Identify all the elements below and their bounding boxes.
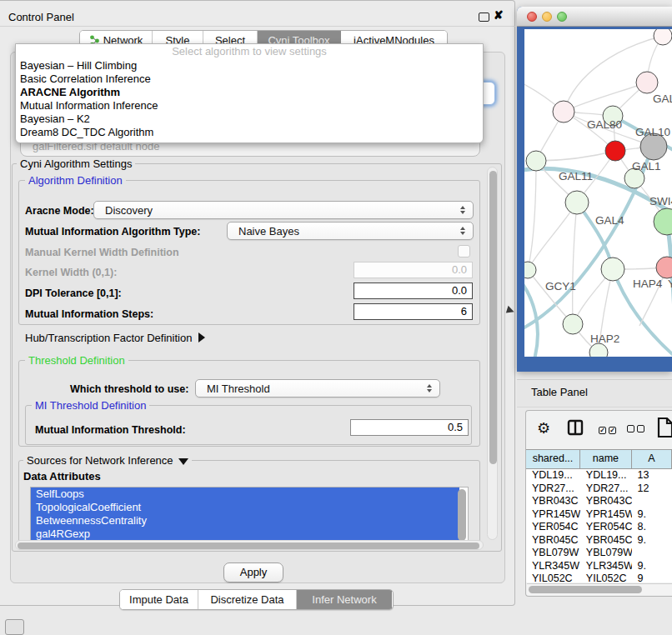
algorithm-dropdown-popup: Select algorithm to view settings Bayesi… bbox=[15, 43, 484, 143]
scrollbar-thumb[interactable] bbox=[489, 171, 497, 464]
hub-definition-toggle[interactable]: Hub/Transcription Factor Definition bbox=[25, 332, 205, 344]
dropdown-item[interactable]: Basic Correlation Inference bbox=[16, 72, 483, 86]
settings-vertical-scrollbar[interactable] bbox=[487, 167, 498, 540]
float-panel-icon[interactable] bbox=[479, 12, 489, 22]
table-row[interactable]: YBR043CYBR043C bbox=[526, 495, 672, 508]
network-node-hap2[interactable] bbox=[563, 314, 583, 334]
node-label: GAL11 bbox=[559, 170, 593, 182]
column-header-2[interactable]: name bbox=[580, 450, 632, 468]
node-label: GCY1 bbox=[545, 280, 576, 292]
dropdown-item[interactable]: Bayesian – K2 bbox=[16, 112, 483, 126]
table-cell: 8. bbox=[632, 521, 672, 534]
node-label: HAP2 bbox=[590, 332, 619, 345]
table-cell: YDR27... bbox=[580, 482, 632, 496]
tab-impute-data[interactable]: Impute Data bbox=[120, 590, 198, 609]
table-row[interactable]: YIL052CYIL052C9 bbox=[526, 572, 672, 582]
minimize-window-button[interactable] bbox=[542, 12, 552, 22]
restore-panel-button[interactable] bbox=[5, 619, 24, 635]
zoom-window-button[interactable] bbox=[557, 12, 567, 22]
table-cell: YER054C bbox=[580, 521, 632, 534]
table-cell: YBL079W bbox=[526, 547, 580, 560]
settings-horizontal-scrollbar[interactable] bbox=[15, 540, 484, 550]
table-cell: 12 bbox=[632, 482, 672, 496]
attribute-list-item[interactable]: SelfLoops bbox=[31, 488, 459, 501]
table-cell: YBR043C bbox=[526, 495, 580, 508]
table-row[interactable]: YDL19...YDL19...13 bbox=[526, 469, 672, 482]
attribute-list-item[interactable]: TopologicalCoefficient bbox=[31, 501, 459, 514]
mi-steps-field[interactable]: 6 bbox=[354, 303, 473, 320]
dropdown-item[interactable]: Bayesian – Hill Climbing bbox=[16, 59, 483, 72]
dropdown-item[interactable]: ARACNE Algorithm bbox=[16, 86, 483, 99]
network-window-titlebar[interactable] bbox=[517, 7, 672, 27]
network-edge bbox=[573, 202, 577, 324]
which-threshold-combobox[interactable]: MI Threshold bbox=[195, 379, 440, 398]
list-scrollbar-thumb[interactable] bbox=[458, 489, 466, 541]
deselect-all-icon[interactable] bbox=[627, 422, 644, 435]
mi-threshold-legend: MI Threshold Definition bbox=[32, 400, 149, 412]
network-node-gal80[interactable] bbox=[553, 101, 574, 122]
scrollbar-thumb[interactable] bbox=[18, 542, 479, 549]
apply-button[interactable]: Apply bbox=[223, 562, 283, 582]
network-node-hap4[interactable] bbox=[601, 258, 624, 281]
network-node[interactable] bbox=[654, 29, 672, 45]
close-window-button[interactable] bbox=[527, 12, 537, 22]
aracne-mode-combobox[interactable]: Discovery bbox=[93, 201, 474, 219]
table-cell: YLR345W bbox=[526, 560, 580, 573]
table-row[interactable]: YLR345WYLR345W9. bbox=[526, 560, 672, 573]
network-node-swi4[interactable] bbox=[654, 208, 672, 235]
table-row[interactable]: YER054CYER054C8. bbox=[526, 521, 672, 534]
table-cell bbox=[632, 495, 672, 508]
network-node-gal1[interactable] bbox=[605, 141, 625, 161]
manual-kernel-width-checkbox[interactable] bbox=[458, 245, 470, 258]
mi-algorithm-type-label: Mutual Information Algorithm Type: bbox=[25, 226, 200, 238]
network-graph: GALGAL80GAL10GAL1GAL11SWI4GAL4GCY1HAP4YH… bbox=[524, 29, 672, 357]
column-header-3[interactable]: A bbox=[632, 450, 672, 468]
collapse-arrow-icon bbox=[178, 458, 188, 465]
stepper-icon bbox=[423, 384, 436, 392]
table-body: YDL19...YDL19...13YDR27...YDR27...12YBR0… bbox=[526, 469, 672, 582]
tab-label: Discretize Data bbox=[210, 593, 283, 606]
data-attributes-label: Data Attributes bbox=[23, 470, 101, 482]
network-node-y[interactable] bbox=[656, 257, 672, 278]
sources-toggle[interactable]: Sources for Network Inference bbox=[23, 455, 192, 467]
tab-discretize-data[interactable]: Discretize Data bbox=[198, 590, 297, 609]
table-row[interactable]: YBL079WYBL079W bbox=[526, 547, 672, 560]
network-node-gcy1[interactable] bbox=[524, 262, 536, 278]
tab-infer-network[interactable]: Infer Network bbox=[297, 590, 392, 609]
mi-threshold-field[interactable]: 0.5 bbox=[350, 419, 469, 436]
algorithm-definition-legend: Algorithm Definition bbox=[25, 175, 126, 187]
network-node-gal4[interactable] bbox=[565, 191, 589, 214]
network-node-gal[interactable] bbox=[636, 72, 658, 93]
dropdown-item[interactable]: Dream8 DC_TDC Algorithm bbox=[16, 126, 483, 139]
dpi-tolerance-field[interactable]: 0.0 bbox=[354, 282, 473, 299]
mi-algorithm-type-combobox[interactable]: Naive Bayes bbox=[227, 222, 474, 240]
document-icon[interactable] bbox=[657, 417, 672, 438]
mi-threshold-label: Mutual Information Threshold: bbox=[35, 424, 186, 436]
scrollbar-thumb[interactable] bbox=[529, 586, 642, 593]
close-panel-icon[interactable]: ✘ bbox=[494, 8, 504, 22]
column-header-1[interactable]: shared... bbox=[526, 450, 580, 468]
table-row[interactable]: YDR27...YDR27...12 bbox=[526, 482, 672, 496]
select-all-icon[interactable]: ✓✓ bbox=[599, 422, 616, 435]
kernel-width-field[interactable]: 0.0 bbox=[354, 262, 473, 278]
dropdown-item-list: Bayesian – Hill ClimbingBasic Correlatio… bbox=[16, 59, 483, 139]
table-cell: YER054C bbox=[526, 521, 580, 534]
kernel-width-label: Kernel Width (0,1): bbox=[25, 267, 117, 278]
table-horizontal-scrollbar[interactable] bbox=[527, 583, 672, 595]
table-row[interactable]: YBR045CYBR045C9. bbox=[526, 534, 672, 548]
table-row[interactable]: YPR145WYPR145W9. bbox=[526, 508, 672, 522]
table-cell: YPR145W bbox=[580, 508, 632, 522]
attribute-list-item[interactable]: gal4RGexp bbox=[31, 528, 459, 541]
sources-legend: Sources for Network Inference bbox=[27, 454, 173, 467]
network-edge bbox=[536, 151, 615, 161]
attribute-list-item[interactable]: BetweennessCentrality bbox=[31, 514, 459, 528]
network-node[interactable] bbox=[589, 343, 608, 357]
network-node-gal11[interactable] bbox=[526, 151, 546, 171]
columns-icon[interactable] bbox=[567, 419, 584, 436]
network-canvas[interactable]: GALGAL80GAL10GAL1GAL11SWI4GAL4GCY1HAP4YH… bbox=[524, 29, 672, 357]
gear-icon[interactable]: ⚙ bbox=[537, 419, 550, 438]
combobox-value: Discovery bbox=[94, 204, 456, 217]
dropdown-item[interactable]: Mutual Information Inference bbox=[16, 99, 483, 112]
data-attributes-list[interactable]: SelfLoopsTopologicalCoefficientBetweenne… bbox=[30, 487, 469, 543]
table-cell: YIL052C bbox=[580, 572, 632, 582]
